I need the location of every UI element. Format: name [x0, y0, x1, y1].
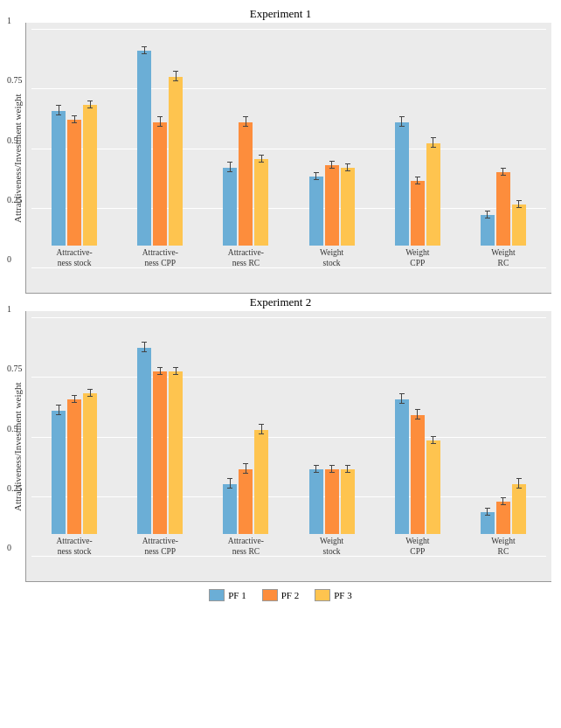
y-tick-label: 0.5	[7, 135, 18, 144]
bar-with-error	[83, 105, 97, 246]
y-tick-label: 0.25	[7, 194, 23, 204]
error-bar	[243, 463, 248, 474]
error-cap-bottom	[173, 80, 178, 81]
error-cap-bottom	[72, 402, 77, 403]
bar-with-error	[254, 430, 268, 534]
error-line	[246, 464, 246, 473]
error-line	[160, 368, 161, 374]
legend-item-pf2: PF 2	[262, 589, 300, 601]
error-cap-bottom	[259, 433, 264, 434]
bar-with-error	[83, 393, 97, 534]
error-cap-bottom	[345, 170, 350, 171]
error-line	[144, 47, 145, 53]
bar	[325, 469, 339, 534]
error-line	[90, 390, 91, 396]
error-bar	[415, 409, 420, 419]
error-bar	[501, 168, 506, 176]
charts-container: Experiment 1 Attractiveness/Investment w…	[10, 7, 551, 605]
error-bar	[501, 497, 506, 505]
bars	[52, 105, 97, 246]
error-line	[518, 201, 519, 207]
error-bar	[87, 389, 93, 397]
group-label: WeightCPP	[392, 248, 443, 268]
legend-item-pf3: PF 3	[315, 589, 352, 601]
experiment1-title: Experiment 1	[250, 7, 311, 21]
bar	[512, 205, 526, 246]
error-bar	[314, 465, 319, 473]
error-cap-bottom	[157, 374, 163, 375]
bar	[254, 159, 268, 246]
bar-with-error	[496, 502, 510, 534]
error-line	[315, 173, 316, 179]
error-line	[433, 437, 433, 443]
bar-with-error	[309, 177, 323, 246]
bar	[395, 399, 409, 534]
y-tick-label: 0	[7, 543, 11, 552]
error-bar	[314, 172, 319, 180]
bar-group: Attractive-ness stock	[31, 105, 117, 268]
bar-with-error	[481, 215, 495, 246]
legend-label-pf3: PF 3	[334, 590, 352, 600]
error-line	[331, 466, 332, 472]
error-bar	[227, 162, 232, 172]
error-bar	[142, 342, 147, 352]
bar-with-error	[426, 440, 440, 534]
error-bar	[227, 478, 232, 489]
error-cap-bottom	[431, 147, 436, 148]
error-bar	[87, 101, 93, 108]
bar-group: WeightCPP	[375, 399, 461, 557]
bar	[426, 440, 440, 534]
group-label: Attractive-ness CPP	[135, 537, 185, 557]
bar-with-error	[512, 484, 526, 534]
bar-with-error	[325, 165, 339, 246]
error-cap-bottom	[56, 414, 61, 415]
bar-with-error	[67, 399, 81, 534]
bar	[254, 430, 268, 534]
error-bar	[173, 367, 178, 375]
bar	[512, 484, 526, 534]
bar	[223, 168, 237, 246]
bar-with-error	[223, 484, 237, 534]
bar-with-error	[52, 411, 66, 534]
bar	[67, 120, 81, 246]
error-bar	[56, 105, 61, 115]
bar-with-error	[426, 143, 440, 246]
error-line	[417, 177, 418, 184]
bar-with-error	[67, 120, 81, 246]
group-label: Attractive-ness RC	[220, 248, 271, 268]
bar-group: WeightRC	[461, 172, 546, 268]
error-bar	[329, 465, 335, 473]
error-line	[401, 394, 402, 403]
error-bar	[329, 161, 335, 169]
bar	[52, 111, 66, 246]
bars	[137, 348, 183, 534]
y-tick-label: 1	[7, 16, 11, 25]
bars	[395, 122, 440, 246]
experiment1-chart: Attractiveness/Investment weight 00.250.…	[10, 23, 551, 294]
error-bar	[485, 211, 490, 218]
bar	[83, 393, 97, 534]
error-cap-bottom	[243, 473, 248, 474]
bar-group: Attractive-ness CPP	[117, 51, 203, 268]
y-tick-label: 1	[7, 304, 11, 314]
group-label: WeightCPP	[392, 537, 443, 557]
error-line	[518, 479, 519, 488]
y-tick-label: 0	[7, 254, 11, 264]
error-line	[487, 509, 488, 515]
bar	[411, 181, 425, 246]
error-line	[347, 164, 348, 170]
bar-with-error	[481, 512, 495, 534]
error-bar	[259, 424, 264, 434]
legend-label-pf1: PF 1	[228, 590, 246, 600]
bar-with-error	[512, 205, 526, 246]
error-line	[59, 406, 59, 414]
bar-with-error	[496, 172, 510, 246]
error-bar	[516, 200, 522, 208]
error-cap-bottom	[329, 168, 335, 169]
error-cap-bottom	[157, 126, 163, 127]
chart1-area: 00.250.50.751Attractive-ness stockAttrac…	[25, 23, 551, 294]
error-line	[487, 211, 488, 218]
group-label: Attractive-ness stock	[49, 248, 100, 268]
bars	[52, 393, 97, 534]
error-line	[347, 466, 348, 472]
